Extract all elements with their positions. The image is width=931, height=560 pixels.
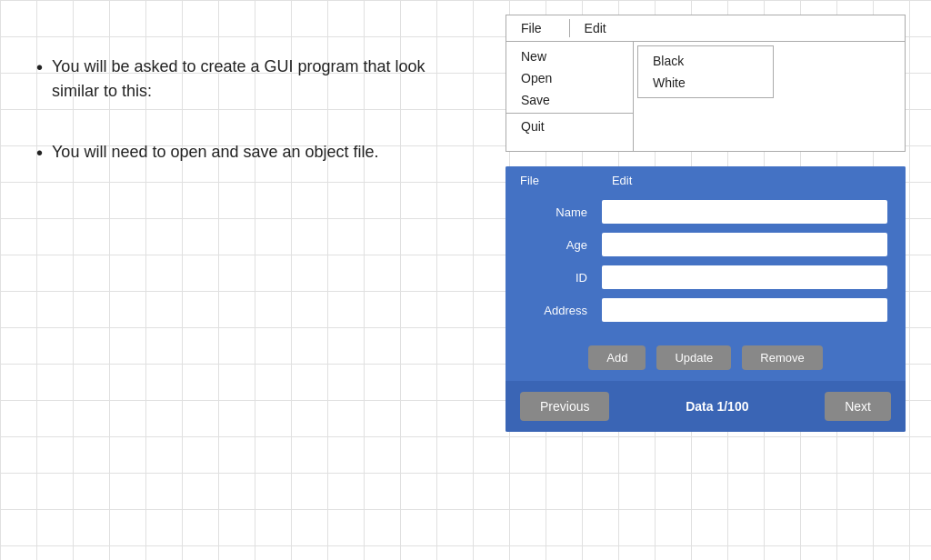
wireframe-file-menu[interactable]: File xyxy=(506,19,570,37)
bullet-dot-2: • xyxy=(36,140,43,165)
app-menubar: File Edit xyxy=(506,166,906,191)
address-input[interactable] xyxy=(602,298,887,322)
wireframe-menubar: File Edit xyxy=(506,15,905,42)
address-label: Address xyxy=(524,304,587,317)
menu-wireframe: File Edit New Open Save Quit Black White xyxy=(506,15,906,152)
app-edit-menu[interactable]: Edit xyxy=(612,174,632,187)
bullet-item-2: • You will need to open and save an obje… xyxy=(36,140,455,165)
right-panel: File Edit New Open Save Quit Black White xyxy=(491,0,931,560)
wireframe-edit-black[interactable]: Black xyxy=(638,50,773,72)
name-row: Name xyxy=(524,200,887,224)
data-counter: Data 1/100 xyxy=(686,399,748,414)
name-input[interactable] xyxy=(602,200,887,224)
wireframe-dropdown-area: New Open Save Quit Black White xyxy=(506,42,905,151)
id-label: ID xyxy=(524,271,587,285)
wireframe-file-new[interactable]: New xyxy=(506,45,633,67)
age-row: Age xyxy=(524,233,887,256)
previous-button[interactable]: Previous xyxy=(520,392,609,421)
id-input[interactable] xyxy=(602,265,887,289)
app-file-menu[interactable]: File xyxy=(520,174,539,187)
gui-app: File Edit Name Age ID Address xyxy=(506,166,906,432)
bullet-text-1: You will be asked to create a GUI progra… xyxy=(52,55,455,104)
wireframe-file-save[interactable]: Save xyxy=(506,89,633,111)
wireframe-file-open[interactable]: Open xyxy=(506,67,633,89)
wireframe-edit-menu[interactable]: Edit xyxy=(570,19,634,37)
address-row: Address xyxy=(524,298,887,322)
add-button[interactable]: Add xyxy=(588,345,646,370)
remove-button[interactable]: Remove xyxy=(742,345,822,370)
wireframe-edit-dropdown: Black White xyxy=(637,45,774,98)
bullet-text-2: You will need to open and save an object… xyxy=(52,140,455,165)
wireframe-file-quit[interactable]: Quit xyxy=(506,113,633,137)
page-content: • You will be asked to create a GUI prog… xyxy=(0,0,931,560)
app-form: Name Age ID Address xyxy=(506,191,906,336)
age-input[interactable] xyxy=(602,233,887,256)
id-row: ID xyxy=(524,265,887,289)
left-panel: • You will be asked to create a GUI prog… xyxy=(0,0,491,560)
wireframe-edit-white[interactable]: White xyxy=(638,72,773,94)
app-nav-bar: Previous Data 1/100 Next xyxy=(506,381,906,432)
app-buttons: Add Update Remove xyxy=(506,336,906,381)
age-label: Age xyxy=(524,238,587,252)
update-button[interactable]: Update xyxy=(656,345,731,370)
wireframe-file-dropdown: New Open Save Quit xyxy=(506,42,634,151)
bullet-item-1: • You will be asked to create a GUI prog… xyxy=(36,55,455,104)
next-button[interactable]: Next xyxy=(825,392,891,421)
bullet-dot-1: • xyxy=(36,55,43,80)
name-label: Name xyxy=(524,205,587,219)
